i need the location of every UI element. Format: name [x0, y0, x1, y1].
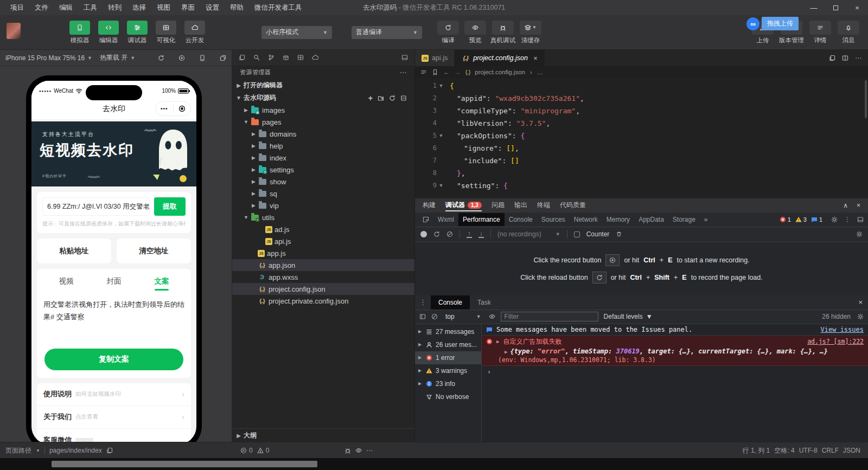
open-editors-section[interactable]: ▶ 打开的编辑器: [232, 79, 414, 92]
action-详情[interactable]: 详情: [808, 21, 832, 44]
reload-button[interactable]: [433, 231, 440, 237]
console-tab-Task[interactable]: Task: [470, 295, 499, 310]
debugger-tab-输出[interactable]: 输出: [514, 198, 527, 213]
avatar[interactable]: [7, 23, 21, 39]
console-filter-23 info[interactable]: ▶23 info: [415, 377, 481, 390]
editor-tab-api.js[interactable]: JSapi.js: [415, 50, 455, 66]
tab-文案[interactable]: 文案: [155, 276, 169, 291]
menu-item-项目[interactable]: 项目: [5, 0, 29, 15]
inspect-icon[interactable]: [423, 216, 429, 223]
clear-console-icon[interactable]: [431, 313, 438, 320]
trash-icon[interactable]: [616, 231, 622, 237]
devtools-tab-Wxml[interactable]: Wxml: [433, 213, 458, 226]
menu-item-选择[interactable]: 选择: [127, 0, 151, 15]
compile-icon[interactable]: [592, 272, 607, 284]
action-编译[interactable]: 编译: [436, 21, 460, 44]
open-changes-icon[interactable]: [829, 55, 835, 61]
mode-select[interactable]: 小程序模式 ▼: [261, 26, 332, 39]
recordings-select[interactable]: (no recordings) ▼: [497, 230, 560, 238]
tree-item-help[interactable]: ▶help: [232, 140, 414, 152]
tree-item-domains[interactable]: ▶domains: [232, 128, 414, 140]
fold-icon[interactable]: ▼: [437, 80, 445, 92]
action-真机调试[interactable]: 真机调试: [490, 21, 515, 44]
debugger-tab-调试器[interactable]: 调试器1,3: [445, 198, 482, 213]
tree-item-settings[interactable]: ▶⚙settings: [232, 164, 414, 176]
forward-icon[interactable]: →: [455, 69, 461, 75]
tree-item-sq[interactable]: ▶sq: [232, 188, 414, 199]
editor-tab-project.config.json[interactable]: {..}project.config.json×: [455, 50, 544, 66]
device-select[interactable]: iPhone 15 Pro Max 75% 16 ▼: [5, 54, 92, 62]
hot-reload-select[interactable]: 热重载 开 ▼: [100, 53, 135, 62]
copy-icon[interactable]: [106, 447, 113, 454]
bug-icon[interactable]: [344, 447, 351, 454]
debugger-tab-代码质量[interactable]: 代码质量: [560, 198, 586, 213]
load-profile-icon[interactable]: ↑: [467, 230, 472, 237]
tree-item-images[interactable]: ▶▦images: [232, 104, 414, 116]
list-item[interactable]: 客服微信||||||||||||: [37, 429, 191, 442]
outline-section[interactable]: ▶ 大纲: [232, 428, 414, 442]
toggle-云开发[interactable]: 云开发: [182, 21, 207, 44]
more-icon[interactable]: •••: [156, 106, 173, 112]
debugger-tab-问题[interactable]: 问题: [492, 198, 505, 213]
save-profile-icon[interactable]: ↓: [478, 230, 484, 237]
menu-item-界面[interactable]: 界面: [176, 0, 200, 15]
console-filter-27 messages[interactable]: ▶27 messages: [415, 325, 481, 338]
fold-icon[interactable]: ▼: [437, 130, 445, 142]
new-file-icon[interactable]: +: [368, 94, 373, 102]
gear-icon[interactable]: [831, 216, 838, 223]
devtools-tab-Memory[interactable]: Memory: [602, 213, 634, 226]
split-editor-icon[interactable]: [842, 55, 848, 61]
console-filter-3 warnings[interactable]: ▶3 warnings: [415, 364, 481, 377]
devtools-tab-Storage[interactable]: Storage: [668, 213, 700, 226]
more-icon[interactable]: ⋯: [400, 68, 407, 76]
menu-item-视图[interactable]: 视图: [152, 0, 175, 15]
new-folder-icon[interactable]: [378, 95, 384, 101]
paste-address-button[interactable]: 粘贴地址: [37, 239, 111, 263]
status-JSON[interactable]: JSON: [843, 447, 860, 454]
status-CRLF[interactable]: CRLF: [822, 447, 839, 454]
debugger-tab-终端[interactable]: 终端: [537, 198, 550, 213]
detach-window-icon[interactable]: [220, 55, 226, 61]
tabs-overflow-icon[interactable]: »: [701, 216, 711, 223]
menu-item-设置[interactable]: 设置: [201, 0, 224, 15]
tree-item-project.private.config.json[interactable]: {..}project.private.config.json: [232, 295, 414, 307]
list-item[interactable]: 关于我们点击查看›: [37, 406, 191, 429]
copy-text-button[interactable]: 复制文案: [44, 349, 183, 370]
project-root-section[interactable]: ▼ 去水印源码 +: [232, 92, 414, 104]
package-icon[interactable]: [283, 54, 289, 61]
clear-address-button[interactable]: 清空地址: [117, 239, 191, 263]
tree-item-api.js[interactable]: JSapi.js: [232, 235, 414, 247]
menu-item-转到[interactable]: 转到: [103, 0, 126, 15]
panel-layout-icon[interactable]: [401, 54, 408, 61]
counter-checkbox[interactable]: [574, 231, 580, 237]
expand-icon[interactable]: ▶: [496, 339, 499, 344]
warning-count-badge[interactable]: 3: [795, 216, 807, 223]
mini-program-capsule[interactable]: •••: [155, 101, 191, 116]
close-icon[interactable]: ×: [857, 202, 860, 209]
fold-icon[interactable]: ▼: [437, 179, 445, 192]
devtools-tab-Console[interactable]: Console: [505, 213, 537, 226]
filter-input[interactable]: [501, 312, 598, 321]
minimize-button[interactable]: —: [803, 0, 825, 15]
tree-item-utils[interactable]: ▼+utils: [232, 211, 414, 223]
rotate-icon[interactable]: [158, 55, 164, 61]
toggle-模拟器[interactable]: 模拟器: [67, 21, 92, 44]
status-UTF8[interactable]: UTF-8: [799, 447, 818, 454]
toggle-调试器[interactable]: 调试器: [125, 21, 150, 44]
menu-item-文件[interactable]: 文件: [30, 0, 53, 15]
action-消息[interactable]: 消息: [837, 21, 860, 44]
kebab-icon[interactable]: ⋮: [415, 295, 431, 310]
record-icon[interactable]: [605, 254, 620, 266]
menu-item-微信开发者工具[interactable]: 微信开发者工具: [250, 0, 307, 15]
maximize-button[interactable]: [825, 0, 846, 15]
gear-icon[interactable]: [857, 313, 864, 320]
breadcrumb-file[interactable]: project.config.json: [475, 69, 525, 75]
tree-item-pages[interactable]: ▼pages: [232, 116, 414, 128]
editor-scrollbar[interactable]: [865, 80, 867, 118]
clear-icon[interactable]: [446, 231, 453, 237]
live-expression-icon[interactable]: [489, 313, 495, 320]
collapse-panel-icon[interactable]: ∧: [843, 202, 848, 209]
toggle-编辑器[interactable]: 编辑器: [96, 21, 121, 44]
refresh-icon[interactable]: [389, 95, 395, 101]
list-item[interactable]: 使用说明如何去短视频水印›: [37, 383, 191, 406]
